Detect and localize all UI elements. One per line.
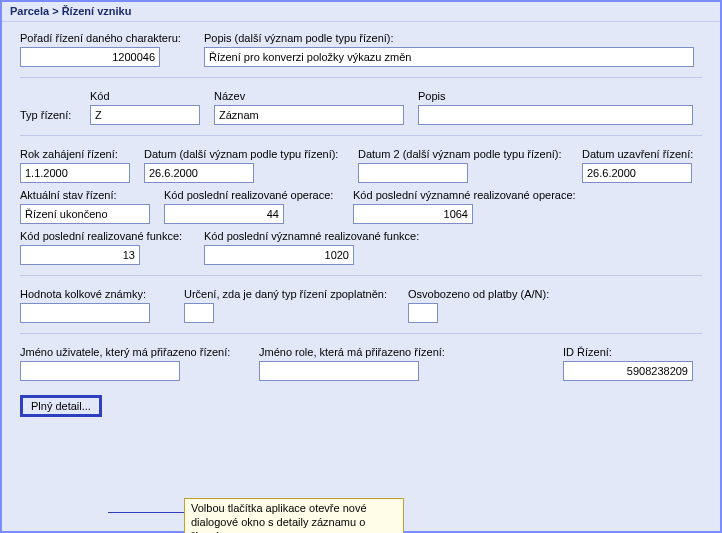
callout-tooltip: Volbou tlačítka aplikace otevře nové dia… [184,498,404,533]
input-kod-posl-real-op[interactable] [164,204,284,224]
label-datum-uzavreni: Datum uzavření řízení: [582,148,702,160]
input-osvobozeno[interactable] [408,303,438,323]
label-poradi: Pořadí řízení daného charakteru: [20,32,190,44]
separator [20,275,702,276]
input-id-rizeni[interactable] [563,361,693,381]
label-datum: Datum (další význam podle typu řízení): [144,148,344,160]
input-popis-top[interactable] [204,47,694,67]
titlebar: Parcela > Řízení vzniku [2,2,720,22]
label-osvobozeno: Osvobozeno od platby (A/N): [408,288,568,300]
input-jmeno-uzivatele[interactable] [20,361,180,381]
plny-detail-button[interactable]: Plný detail... [20,395,102,417]
separator [20,77,702,78]
label-id-rizeni: ID Řízení: [563,346,693,358]
window-parcela-rizeni: Parcela > Řízení vzniku Pořadí řízení da… [0,0,722,533]
input-poradi[interactable] [20,47,160,67]
label-datum2: Datum 2 (další význam podle typu řízení)… [358,148,568,160]
label-popis2: Popis [418,90,702,102]
input-aktualni-stav[interactable] [20,204,150,224]
input-datum[interactable] [144,163,254,183]
callout-connector [108,512,184,513]
input-kod-posl-vyzn-real-fn[interactable] [204,245,354,265]
label-hodnota-kolkove: Hodnota kolkové známky: [20,288,170,300]
label-kod-posl-vyzn-real-op: Kód poslední významné realizované operac… [353,189,593,201]
label-kod-posl-real-fn: Kód poslední realizované funkce: [20,230,190,242]
input-hodnota-kolkove[interactable] [20,303,150,323]
label-kod-posl-vyzn-real-fn: Kód poslední významné realizované funkce… [204,230,444,242]
content: Pořadí řízení daného charakteru: Popis (… [2,22,720,431]
input-datum-uzavreni[interactable] [582,163,692,183]
input-kod-posl-real-fn[interactable] [20,245,140,265]
label-jmeno-role: Jméno role, která má přiřazeno řízení: [259,346,549,358]
input-nazev[interactable] [214,105,404,125]
label-kod: Kód [90,90,200,102]
label-typ-rizeni: Typ řízení: [20,105,75,125]
separator [20,333,702,334]
label-kod-posl-real-op: Kód poslední realizované operace: [164,189,339,201]
input-rok-zahajeni[interactable] [20,163,130,183]
input-popis2[interactable] [418,105,693,125]
label-rok-zahajeni: Rok zahájení řízení: [20,148,130,160]
label-popis-top: Popis (další význam podle typu řízení): [204,32,702,44]
label-nazev: Název [214,90,404,102]
input-urceni-zpoplatnen[interactable] [184,303,214,323]
label-aktualni-stav: Aktuální stav řízení: [20,189,150,201]
label-urceni-zpoplatnen: Určení, zda je daný typ řízení zpoplatně… [184,288,394,300]
label-jmeno-uzivatele: Jméno uživatele, který má přiřazeno říze… [20,346,245,358]
input-jmeno-role[interactable] [259,361,419,381]
input-kod-posl-vyzn-real-op[interactable] [353,204,473,224]
input-kod[interactable] [90,105,200,125]
input-datum2[interactable] [358,163,468,183]
separator [20,135,702,136]
